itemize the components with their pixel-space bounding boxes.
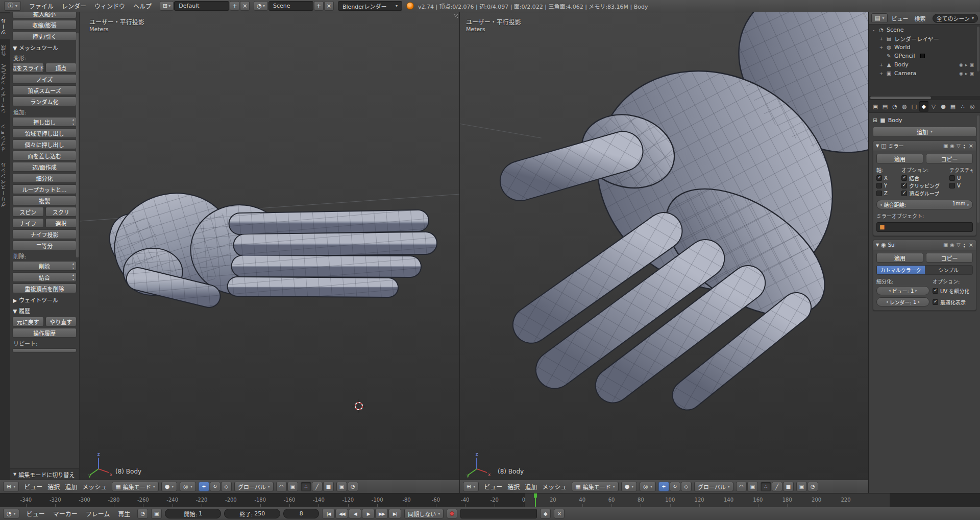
outliner-item[interactable]: ✎GPencil xyxy=(869,52,980,60)
menu-item[interactable]: ビュー xyxy=(21,481,45,492)
snap-magnet-toggle[interactable]: ◠ xyxy=(276,482,287,491)
playhead[interactable] xyxy=(535,493,536,507)
lock-time-cursor-toggle[interactable]: ▣ xyxy=(151,509,162,518)
start-frame-field[interactable]: 開始:1 xyxy=(165,509,221,518)
panel-header[interactable]: ▶ ウェイトツール xyxy=(13,296,77,304)
scene-delete-button[interactable]: × xyxy=(324,1,334,11)
face-select-button[interactable]: ■ xyxy=(783,482,794,491)
properties-tab-texture[interactable]: ▦ xyxy=(948,101,958,112)
edit-mode-visibility-toggle[interactable]: ▽ xyxy=(957,242,961,248)
render-visibility-toggle[interactable]: ▣ xyxy=(943,242,948,248)
tool-inset-faces[interactable]: 面を差し込む xyxy=(12,151,77,160)
snap-element-dropdown[interactable]: ▣ xyxy=(747,482,758,491)
checkbox-X[interactable]: X xyxy=(876,174,901,182)
current-frame-field[interactable]: 8 xyxy=(283,509,319,518)
edge-select-button[interactable]: ╱ xyxy=(312,482,323,491)
properties-tab-material[interactable]: ● xyxy=(939,101,948,112)
menu-item[interactable]: ファイル xyxy=(25,1,58,11)
checkbox-V[interactable]: V xyxy=(949,182,973,190)
properties-tab-world[interactable]: ◍ xyxy=(900,101,909,112)
tool-vertex-slide[interactable]: 頂点 xyxy=(45,63,77,73)
properties-tab-object-data[interactable]: ▽ xyxy=(929,101,938,112)
tool-screw[interactable]: スクリ xyxy=(45,207,77,217)
tool-extrude-individual[interactable]: 個々に押し出し xyxy=(12,139,77,149)
viewport-right[interactable]: ユーザー・平行投影 Meters z y x (8) Body ⊞▾ビュー選択追… xyxy=(460,12,869,493)
slider-left-arrow-icon[interactable]: ◂ xyxy=(880,203,882,207)
sync-dropdown[interactable]: 同期しない▾ xyxy=(404,509,444,518)
selectability-toggle[interactable]: ▸ xyxy=(965,62,968,67)
opengl-render-animation-button[interactable]: ◔ xyxy=(348,482,358,491)
viewport-right-content[interactable]: ユーザー・平行投影 Meters z y x (8) Body xyxy=(460,12,868,480)
shading-dropdown[interactable]: ●▾ xyxy=(161,482,178,491)
use-preview-range-toggle[interactable]: ◔ xyxy=(137,509,148,518)
menu-item[interactable]: ウィンドウ xyxy=(90,1,129,11)
prev-keyframe-button[interactable]: ◀◀ xyxy=(335,509,348,518)
expander-icon[interactable]: + xyxy=(879,71,884,76)
tool-vertex-smooth[interactable]: 頂点スムーズ xyxy=(12,85,77,95)
simple-button[interactable]: シンプル xyxy=(925,266,973,274)
vertex-select-button[interactable]: ∴ xyxy=(761,482,771,491)
snap-magnet-toggle[interactable]: ◠ xyxy=(736,482,747,491)
outliner-item[interactable]: -◔Scene xyxy=(869,26,980,34)
properties-tab-modifiers[interactable]: ◆ xyxy=(919,101,928,112)
properties-tab-render[interactable]: ▣ xyxy=(871,101,880,112)
layout-add-button[interactable]: + xyxy=(230,1,239,11)
render-engine-dropdown[interactable]: Blenderレンダー▾ xyxy=(338,1,402,11)
checkbox-optimal-display[interactable]: 最適化表示 xyxy=(933,298,973,306)
cursor-3d[interactable] xyxy=(352,399,365,413)
pivot-dropdown[interactable]: ◎▾ xyxy=(180,482,196,491)
jump-to-end-button[interactable]: ▶| xyxy=(388,509,401,518)
expander-icon[interactable]: + xyxy=(879,62,884,67)
viewport-left-content[interactable]: ユーザー・平行投影 Meters z y x (8) Body ツール作成シェー… xyxy=(0,12,459,480)
editor-type-button[interactable]: ⊞▾ xyxy=(463,482,479,491)
translate-manipulator-toggle[interactable]: + xyxy=(199,482,209,491)
move-down-button[interactable]: ▾ xyxy=(964,146,965,149)
viewport-visibility-toggle[interactable]: ◉ xyxy=(950,242,954,248)
visibility-toggle[interactable]: ◉ xyxy=(959,62,963,67)
tool-shelf-scrollbar[interactable] xyxy=(76,33,79,257)
shelf-tab[interactable]: ツール xyxy=(0,13,10,39)
panel-header[interactable]: ▼ 履歴 xyxy=(13,306,77,315)
timeline-ruler[interactable]: -340-320-300-280-260-240-220-200-180-160… xyxy=(0,493,980,507)
vertex-select-button[interactable]: ∴ xyxy=(301,482,311,491)
add-modifier-button[interactable]: 追加▾ xyxy=(873,127,976,137)
modifier-name[interactable]: Subsurf xyxy=(888,242,895,248)
edit-mode-visibility-toggle[interactable]: ▽ xyxy=(957,143,961,149)
rotate-manipulator-toggle[interactable]: ↻ xyxy=(210,482,220,491)
outliner-item[interactable]: +▲Body◉▸▣ xyxy=(869,60,980,69)
shading-dropdown[interactable]: ●▾ xyxy=(621,482,638,491)
properties-tab-particles[interactable]: ∴ xyxy=(958,101,967,112)
checkbox-頂点グループ[interactable]: 頂点グループ xyxy=(901,190,949,197)
tool-knife-project[interactable]: ナイフ投影 xyxy=(12,229,77,239)
menu-item[interactable]: マーカー xyxy=(49,508,82,519)
outliner-item[interactable]: +◍World xyxy=(869,43,980,52)
timeline-editor-type-button[interactable]: ◔▾ xyxy=(3,509,19,518)
shelf-tab[interactable]: シェーディング/UV xyxy=(0,62,10,118)
mirror-copy-button[interactable]: コピー xyxy=(926,154,973,163)
tool-knife[interactable]: ナイフ xyxy=(12,218,44,228)
tool-merge[interactable]: 結合 xyxy=(12,272,77,282)
checkbox-U[interactable]: U xyxy=(949,174,973,182)
slider-left-arrow-icon[interactable]: ◂ xyxy=(886,300,888,304)
menu-item[interactable]: 選択 xyxy=(505,481,522,492)
checkbox-結合[interactable]: 結合 xyxy=(901,174,949,182)
viewport-left[interactable]: ユーザー・平行投影 Meters z y x (8) Body ツール作成シェー… xyxy=(0,12,460,493)
collapse-icon[interactable]: ▼ xyxy=(876,243,879,247)
tool-duplicate[interactable]: 複製 xyxy=(12,196,77,205)
info-editor-type-button[interactable]: ⓘ▾ xyxy=(4,1,21,11)
move-down-button[interactable]: ▾ xyxy=(964,245,965,248)
subsurf-modifier-header[interactable]: ▼ ◉ Subsurf ▣ ◉ ▽ ▴▾ × xyxy=(873,240,976,250)
mirror-apply-button[interactable]: 適用 xyxy=(876,154,923,163)
catmull-clark-button[interactable]: カトマルクラーク xyxy=(877,266,925,274)
render-toggle[interactable]: ▣ xyxy=(969,62,974,67)
menu-item[interactable]: メッシュ xyxy=(80,481,109,492)
properties-tab-object[interactable]: □ xyxy=(910,101,919,112)
operator-redo-panel[interactable]: ▼編集モードに切り替え xyxy=(10,468,79,480)
render-subdivisions-field[interactable]: ◂ レンダー: 1 ▸ xyxy=(876,297,929,306)
properties-tab-render-layers[interactable]: ▤ xyxy=(880,101,890,112)
scene-name-field[interactable]: Scene xyxy=(268,1,313,11)
mode-dropdown[interactable]: ▦編集モード▾ xyxy=(112,482,158,491)
layout-delete-button[interactable]: × xyxy=(240,1,250,11)
modifier-name[interactable]: ミラー xyxy=(889,142,904,150)
outliner-v-scrollbar[interactable] xyxy=(977,27,979,72)
